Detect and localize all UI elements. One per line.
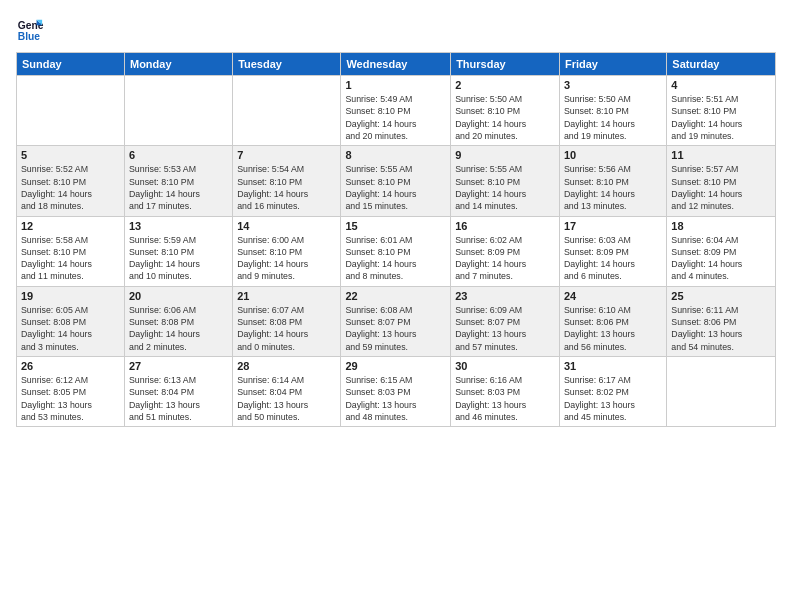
weekday-header-wednesday: Wednesday [341, 53, 451, 76]
week-row-2: 5Sunrise: 5:52 AM Sunset: 8:10 PM Daylig… [17, 146, 776, 216]
day-info: Sunrise: 6:07 AM Sunset: 8:08 PM Dayligh… [237, 304, 336, 353]
day-info: Sunrise: 5:55 AM Sunset: 8:10 PM Dayligh… [345, 163, 446, 212]
day-number: 29 [345, 360, 446, 372]
day-info: Sunrise: 6:08 AM Sunset: 8:07 PM Dayligh… [345, 304, 446, 353]
day-info: Sunrise: 6:02 AM Sunset: 8:09 PM Dayligh… [455, 234, 555, 283]
day-cell: 15Sunrise: 6:01 AM Sunset: 8:10 PM Dayli… [341, 216, 451, 286]
day-number: 15 [345, 220, 446, 232]
day-info: Sunrise: 6:04 AM Sunset: 8:09 PM Dayligh… [671, 234, 771, 283]
day-cell: 2Sunrise: 5:50 AM Sunset: 8:10 PM Daylig… [451, 76, 560, 146]
day-info: Sunrise: 5:49 AM Sunset: 8:10 PM Dayligh… [345, 93, 446, 142]
day-info: Sunrise: 6:06 AM Sunset: 8:08 PM Dayligh… [129, 304, 228, 353]
day-info: Sunrise: 6:10 AM Sunset: 8:06 PM Dayligh… [564, 304, 662, 353]
day-number: 17 [564, 220, 662, 232]
day-cell: 17Sunrise: 6:03 AM Sunset: 8:09 PM Dayli… [559, 216, 666, 286]
day-number: 20 [129, 290, 228, 302]
weekday-header-friday: Friday [559, 53, 666, 76]
page: General Blue SundayMondayTuesdayWednesda… [0, 0, 792, 612]
weekday-header-tuesday: Tuesday [233, 53, 341, 76]
week-row-1: 1Sunrise: 5:49 AM Sunset: 8:10 PM Daylig… [17, 76, 776, 146]
weekday-header-monday: Monday [124, 53, 232, 76]
day-number: 31 [564, 360, 662, 372]
day-cell: 13Sunrise: 5:59 AM Sunset: 8:10 PM Dayli… [124, 216, 232, 286]
day-number: 10 [564, 149, 662, 161]
day-info: Sunrise: 5:58 AM Sunset: 8:10 PM Dayligh… [21, 234, 120, 283]
day-cell: 4Sunrise: 5:51 AM Sunset: 8:10 PM Daylig… [667, 76, 776, 146]
day-info: Sunrise: 5:55 AM Sunset: 8:10 PM Dayligh… [455, 163, 555, 212]
weekday-header-row: SundayMondayTuesdayWednesdayThursdayFrid… [17, 53, 776, 76]
day-cell: 11Sunrise: 5:57 AM Sunset: 8:10 PM Dayli… [667, 146, 776, 216]
day-info: Sunrise: 6:11 AM Sunset: 8:06 PM Dayligh… [671, 304, 771, 353]
day-info: Sunrise: 6:14 AM Sunset: 8:04 PM Dayligh… [237, 374, 336, 423]
day-number: 22 [345, 290, 446, 302]
day-info: Sunrise: 6:15 AM Sunset: 8:03 PM Dayligh… [345, 374, 446, 423]
logo-icon: General Blue [16, 16, 44, 44]
day-number: 12 [21, 220, 120, 232]
day-number: 14 [237, 220, 336, 232]
day-number: 6 [129, 149, 228, 161]
day-number: 11 [671, 149, 771, 161]
day-info: Sunrise: 5:50 AM Sunset: 8:10 PM Dayligh… [564, 93, 662, 142]
week-row-5: 26Sunrise: 6:12 AM Sunset: 8:05 PM Dayli… [17, 357, 776, 427]
day-info: Sunrise: 5:56 AM Sunset: 8:10 PM Dayligh… [564, 163, 662, 212]
day-cell: 27Sunrise: 6:13 AM Sunset: 8:04 PM Dayli… [124, 357, 232, 427]
day-cell: 24Sunrise: 6:10 AM Sunset: 8:06 PM Dayli… [559, 286, 666, 356]
weekday-header-sunday: Sunday [17, 53, 125, 76]
logo: General Blue [16, 16, 44, 44]
day-cell: 9Sunrise: 5:55 AM Sunset: 8:10 PM Daylig… [451, 146, 560, 216]
day-info: Sunrise: 6:03 AM Sunset: 8:09 PM Dayligh… [564, 234, 662, 283]
day-number: 8 [345, 149, 446, 161]
svg-text:Blue: Blue [18, 31, 41, 42]
week-row-4: 19Sunrise: 6:05 AM Sunset: 8:08 PM Dayli… [17, 286, 776, 356]
day-number: 26 [21, 360, 120, 372]
day-number: 5 [21, 149, 120, 161]
day-cell: 28Sunrise: 6:14 AM Sunset: 8:04 PM Dayli… [233, 357, 341, 427]
day-number: 7 [237, 149, 336, 161]
day-cell [17, 76, 125, 146]
day-number: 18 [671, 220, 771, 232]
day-cell: 30Sunrise: 6:16 AM Sunset: 8:03 PM Dayli… [451, 357, 560, 427]
day-info: Sunrise: 6:09 AM Sunset: 8:07 PM Dayligh… [455, 304, 555, 353]
day-info: Sunrise: 6:05 AM Sunset: 8:08 PM Dayligh… [21, 304, 120, 353]
day-cell: 18Sunrise: 6:04 AM Sunset: 8:09 PM Dayli… [667, 216, 776, 286]
day-cell [667, 357, 776, 427]
day-info: Sunrise: 5:54 AM Sunset: 8:10 PM Dayligh… [237, 163, 336, 212]
day-cell [233, 76, 341, 146]
day-number: 2 [455, 79, 555, 91]
day-number: 24 [564, 290, 662, 302]
day-info: Sunrise: 5:59 AM Sunset: 8:10 PM Dayligh… [129, 234, 228, 283]
day-info: Sunrise: 6:13 AM Sunset: 8:04 PM Dayligh… [129, 374, 228, 423]
day-cell: 23Sunrise: 6:09 AM Sunset: 8:07 PM Dayli… [451, 286, 560, 356]
weekday-header-thursday: Thursday [451, 53, 560, 76]
day-info: Sunrise: 5:57 AM Sunset: 8:10 PM Dayligh… [671, 163, 771, 212]
day-cell: 31Sunrise: 6:17 AM Sunset: 8:02 PM Dayli… [559, 357, 666, 427]
day-info: Sunrise: 5:51 AM Sunset: 8:10 PM Dayligh… [671, 93, 771, 142]
day-cell: 7Sunrise: 5:54 AM Sunset: 8:10 PM Daylig… [233, 146, 341, 216]
calendar-table: SundayMondayTuesdayWednesdayThursdayFrid… [16, 52, 776, 427]
day-number: 13 [129, 220, 228, 232]
weekday-header-saturday: Saturday [667, 53, 776, 76]
day-cell: 19Sunrise: 6:05 AM Sunset: 8:08 PM Dayli… [17, 286, 125, 356]
day-number: 1 [345, 79, 446, 91]
day-info: Sunrise: 6:12 AM Sunset: 8:05 PM Dayligh… [21, 374, 120, 423]
day-number: 23 [455, 290, 555, 302]
day-number: 9 [455, 149, 555, 161]
day-info: Sunrise: 5:52 AM Sunset: 8:10 PM Dayligh… [21, 163, 120, 212]
day-info: Sunrise: 6:16 AM Sunset: 8:03 PM Dayligh… [455, 374, 555, 423]
week-row-3: 12Sunrise: 5:58 AM Sunset: 8:10 PM Dayli… [17, 216, 776, 286]
day-cell: 12Sunrise: 5:58 AM Sunset: 8:10 PM Dayli… [17, 216, 125, 286]
day-cell [124, 76, 232, 146]
day-info: Sunrise: 6:17 AM Sunset: 8:02 PM Dayligh… [564, 374, 662, 423]
day-cell: 22Sunrise: 6:08 AM Sunset: 8:07 PM Dayli… [341, 286, 451, 356]
day-cell: 26Sunrise: 6:12 AM Sunset: 8:05 PM Dayli… [17, 357, 125, 427]
day-number: 25 [671, 290, 771, 302]
day-info: Sunrise: 5:50 AM Sunset: 8:10 PM Dayligh… [455, 93, 555, 142]
day-number: 3 [564, 79, 662, 91]
day-cell: 5Sunrise: 5:52 AM Sunset: 8:10 PM Daylig… [17, 146, 125, 216]
day-number: 19 [21, 290, 120, 302]
day-info: Sunrise: 5:53 AM Sunset: 8:10 PM Dayligh… [129, 163, 228, 212]
day-cell: 25Sunrise: 6:11 AM Sunset: 8:06 PM Dayli… [667, 286, 776, 356]
day-number: 16 [455, 220, 555, 232]
day-info: Sunrise: 6:01 AM Sunset: 8:10 PM Dayligh… [345, 234, 446, 283]
day-number: 4 [671, 79, 771, 91]
